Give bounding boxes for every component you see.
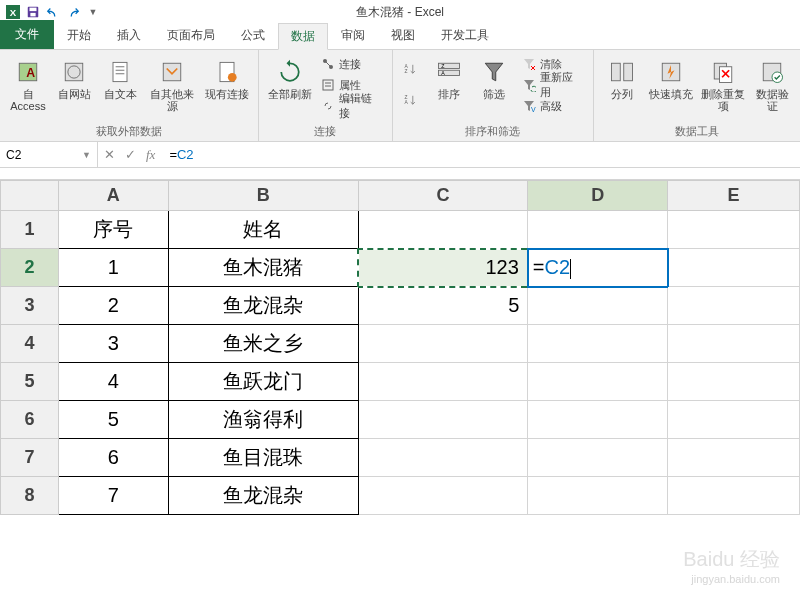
qat-dropdown-icon[interactable]: ▼ [84, 3, 102, 21]
cell[interactable]: 2 [58, 287, 168, 325]
refresh-all-button[interactable]: 全部刷新 [265, 54, 315, 102]
column-header[interactable]: D [528, 181, 668, 211]
select-all-corner[interactable] [1, 181, 59, 211]
cell[interactable] [528, 363, 668, 401]
svg-rect-34 [624, 63, 633, 81]
cell[interactable]: 5 [58, 401, 168, 439]
cell-referenced[interactable]: 123 [358, 249, 528, 287]
cell[interactable] [668, 363, 800, 401]
tab-data[interactable]: 数据 [278, 23, 328, 50]
chevron-down-icon[interactable]: ▼ [82, 150, 91, 160]
column-header[interactable]: C [358, 181, 528, 211]
cell[interactable]: 鱼米之乡 [168, 325, 358, 363]
cell[interactable] [358, 211, 528, 249]
svg-text:Z: Z [404, 69, 407, 74]
flash-fill-button[interactable]: 快速填充 [646, 54, 696, 102]
cell[interactable] [668, 401, 800, 439]
cell[interactable]: 鱼跃龙门 [168, 363, 358, 401]
cell[interactable] [668, 325, 800, 363]
cell[interactable] [528, 211, 668, 249]
row-header[interactable]: 2 [1, 249, 59, 287]
tab-home[interactable]: 开始 [54, 22, 104, 49]
connections-button[interactable]: 连接 [317, 54, 386, 74]
ribbon-tabs: 文件 开始 插入 页面布局 公式 数据 审阅 视图 开发工具 [0, 24, 800, 50]
cell[interactable] [528, 325, 668, 363]
text-to-columns-button[interactable]: 分列 [600, 54, 644, 102]
cell-editing[interactable]: =C2 [528, 249, 668, 287]
cell[interactable] [528, 477, 668, 515]
cell[interactable] [668, 287, 800, 325]
from-access-button[interactable]: A自 Access [6, 54, 50, 114]
cell[interactable]: 渔翁得利 [168, 401, 358, 439]
row-header[interactable]: 7 [1, 439, 59, 477]
reapply-button[interactable]: 重新应用 [518, 75, 587, 95]
undo-icon[interactable] [44, 3, 62, 21]
redo-icon[interactable] [64, 3, 82, 21]
remove-duplicates-button[interactable]: 删除重复项 [698, 54, 748, 114]
cell[interactable]: 鱼木混猪 [168, 249, 358, 287]
cell[interactable] [528, 287, 668, 325]
cell[interactable]: 7 [58, 477, 168, 515]
tab-file[interactable]: 文件 [0, 20, 54, 49]
sort-za-button[interactable]: ZA [399, 85, 421, 115]
tab-insert[interactable]: 插入 [104, 22, 154, 49]
from-other-button[interactable]: 自其他来源 [144, 54, 200, 114]
tab-layout[interactable]: 页面布局 [154, 22, 228, 49]
excel-icon[interactable]: X [4, 3, 22, 21]
svg-rect-4 [30, 13, 35, 17]
cell[interactable] [528, 439, 668, 477]
cell[interactable]: 姓名 [168, 211, 358, 249]
row-header[interactable]: 5 [1, 363, 59, 401]
edit-links-button[interactable]: 编辑链接 [317, 96, 386, 116]
cell[interactable]: 鱼目混珠 [168, 439, 358, 477]
row-header[interactable]: 6 [1, 401, 59, 439]
sort-az-button[interactable]: AZ [399, 54, 421, 84]
cell[interactable] [358, 363, 528, 401]
cell[interactable] [668, 211, 800, 249]
cell[interactable] [358, 439, 528, 477]
svg-rect-3 [30, 8, 37, 12]
filter-button[interactable]: 筛选 [472, 54, 516, 102]
tab-review[interactable]: 审阅 [328, 22, 378, 49]
cell[interactable] [358, 325, 528, 363]
cell[interactable]: 鱼龙混杂 [168, 287, 358, 325]
cell[interactable]: 序号 [58, 211, 168, 249]
sort-button[interactable]: ZA排序 [427, 54, 471, 102]
row-header[interactable]: 4 [1, 325, 59, 363]
formula-input[interactable]: =C2 [161, 147, 800, 162]
save-icon[interactable] [24, 3, 42, 21]
from-web-button[interactable]: 自网站 [52, 54, 96, 102]
svg-text:V: V [531, 106, 536, 113]
advanced-filter-button[interactable]: V高级 [518, 96, 587, 116]
fx-icon[interactable]: fx [146, 147, 155, 163]
column-header[interactable]: A [58, 181, 168, 211]
accept-formula-icon[interactable]: ✓ [125, 147, 136, 162]
cell[interactable] [528, 401, 668, 439]
row-header[interactable]: 8 [1, 477, 59, 515]
column-header[interactable]: B [168, 181, 358, 211]
tab-dev[interactable]: 开发工具 [428, 22, 502, 49]
cell[interactable]: 5 [358, 287, 528, 325]
existing-connections-button[interactable]: 现有连接 [202, 54, 252, 102]
cell[interactable]: 鱼龙混杂 [168, 477, 358, 515]
name-box[interactable]: C2▼ [0, 142, 98, 167]
tab-view[interactable]: 视图 [378, 22, 428, 49]
row-header[interactable]: 3 [1, 287, 59, 325]
cell[interactable] [358, 401, 528, 439]
cancel-formula-icon[interactable]: ✕ [104, 147, 115, 162]
cell[interactable]: 3 [58, 325, 168, 363]
cell[interactable]: 1 [58, 249, 168, 287]
cell[interactable]: 4 [58, 363, 168, 401]
from-text-button[interactable]: 自文本 [98, 54, 142, 102]
tab-formulas[interactable]: 公式 [228, 22, 278, 49]
cell[interactable] [668, 249, 800, 287]
column-header[interactable]: E [668, 181, 800, 211]
cell[interactable] [358, 477, 528, 515]
row-header[interactable]: 1 [1, 211, 59, 249]
cell[interactable]: 6 [58, 439, 168, 477]
group-label: 连接 [265, 122, 386, 139]
cell[interactable] [668, 439, 800, 477]
cell[interactable] [668, 477, 800, 515]
data-validation-button[interactable]: 数据验证 [750, 54, 794, 114]
grid-table[interactable]: A B C D E 1 序号 姓名 2 1 鱼木混猪 123 =C2 3 2 鱼… [0, 180, 800, 515]
